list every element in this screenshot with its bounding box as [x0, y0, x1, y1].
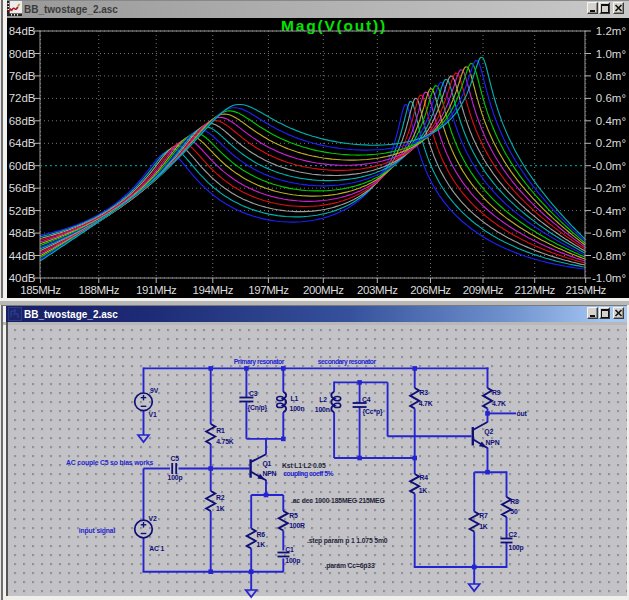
svg-text:V2: V2	[149, 515, 157, 522]
svg-text:100R: 100R	[289, 522, 305, 529]
svg-text:C5: C5	[171, 455, 180, 462]
svg-text:NPN: NPN	[262, 470, 276, 477]
svg-text:R4: R4	[419, 474, 428, 481]
svg-text:R6: R6	[257, 531, 266, 538]
svg-text:9V: 9V	[150, 387, 159, 394]
svg-text:Kst L1 L2 0.05: Kst L1 L2 0.05	[282, 462, 326, 469]
svg-text:4.7K: 4.7K	[419, 400, 433, 407]
svg-text:R5: R5	[289, 512, 298, 519]
svg-text:R7: R7	[479, 512, 488, 519]
svg-text:V1: V1	[149, 411, 157, 418]
svg-text:100p: 100p	[509, 544, 524, 552]
svg-text:{Cc*p}: {Cc*p}	[363, 408, 383, 416]
svg-text:Q1: Q1	[262, 460, 271, 468]
svg-text:100p: 100p	[168, 474, 183, 482]
svg-text:R8: R8	[510, 498, 519, 505]
svg-text:1K: 1K	[216, 505, 225, 512]
svg-text:C4: C4	[362, 396, 371, 403]
svg-text:C2: C2	[509, 531, 518, 538]
svg-text:4.7K: 4.7K	[492, 400, 506, 407]
svg-text:1K: 1K	[419, 487, 428, 494]
svg-text:R1: R1	[216, 427, 225, 434]
svg-text:NPN: NPN	[486, 439, 500, 446]
svg-text:R3: R3	[419, 389, 428, 396]
svg-text:1K: 1K	[479, 523, 488, 530]
svg-text:1K: 1K	[257, 541, 266, 548]
svg-text:coupling coeff 5%: coupling coeff 5%	[283, 470, 333, 478]
svg-text:.step param p 1 1.075 5m0: .step param p 1 1.075 5m0	[307, 537, 388, 545]
svg-text:C3: C3	[249, 390, 258, 397]
svg-text:AC 1: AC 1	[149, 545, 164, 552]
svg-text:Primary resonator: Primary resonator	[234, 358, 285, 366]
svg-text:Q2: Q2	[484, 428, 493, 436]
svg-text:AC couple C5 so bias works: AC couple C5 so bias works	[66, 459, 153, 467]
svg-text:100n: 100n	[290, 405, 305, 412]
svg-text:100p: 100p	[285, 557, 300, 565]
svg-text:C1: C1	[285, 546, 294, 553]
svg-text:.ac dec 1000 185MEG 215MEG: .ac dec 1000 185MEG 215MEG	[291, 497, 385, 504]
svg-text:L2: L2	[319, 396, 327, 403]
svg-text:R9: R9	[492, 389, 501, 396]
svg-text:50: 50	[510, 508, 518, 515]
svg-text:input signal: input signal	[79, 527, 116, 535]
svg-text:secondary resonator: secondary resonator	[318, 358, 377, 366]
svg-text:L1: L1	[291, 395, 299, 402]
svg-text:R2: R2	[216, 494, 225, 501]
svg-text:{Cn/p}: {Cn/p}	[248, 404, 268, 412]
svg-text:.param Cc=6p33: .param Cc=6p33	[324, 562, 375, 570]
svg-text:4.75K: 4.75K	[216, 438, 234, 445]
svg-text:100n: 100n	[315, 406, 330, 413]
svg-text:out: out	[516, 410, 527, 417]
